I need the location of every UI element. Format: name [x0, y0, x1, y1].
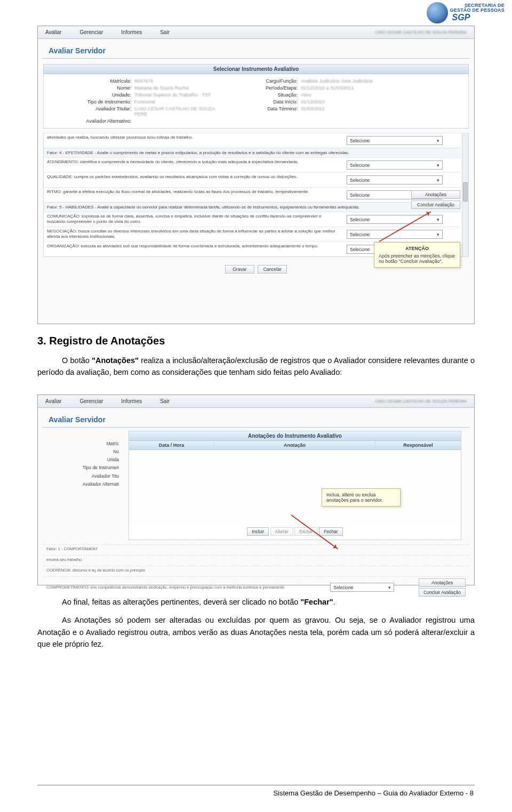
callout-attention: ATENÇÃO Após preencher as menções, cliqu… — [374, 242, 460, 268]
criteria-text: ATENDIMENTO: identifica e compreende a n… — [44, 158, 343, 172]
section-paragraph-1: O botão "Anotações" realiza a inclusão/a… — [37, 355, 475, 379]
factor-4-header: Fator: 4 - EFETIVIDADE - Avalie o cumpri… — [44, 148, 461, 157]
menu-informes[interactable]: Informes — [121, 29, 142, 35]
callout-annotations-hint: Inclua, altere ou exclua anotações para … — [322, 488, 401, 507]
value-situacao: Ativo — [301, 92, 391, 98]
value-cargo: Analista Judiciário Área Judiciária — [301, 78, 391, 84]
annotations-table-body — [129, 450, 461, 525]
criteria-text: atividades que realiza, buscando otimiza… — [44, 133, 343, 148]
cancel-button[interactable]: Cancelar — [258, 265, 287, 274]
annotations-button[interactable]: Anotações — [419, 578, 466, 587]
factor-5-header: Fator: 5 - HABILIDADES - Avalie a capaci… — [44, 202, 461, 212]
menubar-username: CAIO CESAR CASTILHO DE SOUZA PEREIRA — [375, 399, 467, 404]
instrument-panel-header: Selecionar Instrumento Avaliativo — [44, 65, 468, 74]
screenshot-annotations-modal: Avaliar Gerenciar Informes Sair CAIO CES… — [37, 395, 475, 585]
criteria-text: RITMO: garante a efetiva execução do flu… — [44, 188, 343, 202]
col-annotation: Anotação — [214, 441, 375, 449]
value-periodo: 01/12/2010 a 31/03/2011 — [301, 85, 391, 91]
include-button[interactable]: Incluir — [247, 527, 269, 536]
annotations-buttons: Incluir Alterar Excluir Fechar — [129, 525, 461, 540]
close-button[interactable]: Fechar — [319, 527, 342, 536]
background-row: encara seu trabalho. — [43, 555, 469, 564]
criteria-select[interactable]: Selecione — [347, 136, 443, 145]
label-matricula: Matrícula: — [51, 78, 131, 84]
section-heading: 3. Registro de Anotações — [37, 335, 475, 347]
conclude-evaluation-button[interactable]: Concluir Avaliação — [419, 588, 466, 597]
criteria-text: ORGANIZAÇÃO: executa as atividades sob s… — [44, 242, 343, 256]
section-paragraph-3: As Anotações só podem ser alteradas ou e… — [37, 614, 475, 650]
value-avaliador-titular: CAIO CESAR CASTILHO DE SOUZA PERE — [134, 106, 225, 117]
label-avaliador-titular: Avaliador Titular: — [51, 106, 131, 117]
footer-text: Sistema Gestão de Desempenho – Guia do A… — [273, 789, 474, 797]
value-tipo: Funcional — [134, 99, 225, 104]
value-unidade: Tribunal Superior do Trabalho - TST — [134, 92, 225, 98]
criteria-select[interactable]: Selecione — [347, 160, 443, 170]
callout-title: ATENÇÃO — [379, 246, 455, 251]
menu-avaliar[interactable]: Avaliar — [45, 29, 61, 35]
callout-body: Após preencher as menções, clique no bot… — [379, 253, 455, 264]
label-tipo: Tipo de Instrumento: — [51, 99, 131, 104]
menu-informes[interactable]: Informes — [121, 398, 142, 404]
annotations-panel-header: Anotações do Instrumento Avaliativo — [129, 431, 461, 441]
globe-icon — [427, 2, 448, 23]
header-logo: SECRETARIA DE GESTÃO DE PESSOAS SGP — [427, 2, 505, 23]
background-form-labels: Matríc No Unida Tipo de Instrumen Avalia… — [44, 440, 119, 488]
app-menubar: Avaliar Gerenciar Informes Sair CAIO CES… — [38, 26, 474, 39]
col-date-time: Data / Hora — [129, 441, 214, 449]
menu-sair[interactable]: Sair — [160, 29, 170, 35]
conclude-evaluation-button[interactable]: Concluir Avaliação — [411, 200, 460, 209]
label-avaliador-alternativo: Avaliador Alternativo: — [51, 118, 131, 124]
background-row: COMPROMETIMENTO: env competência demonst… — [43, 576, 469, 598]
label-data-termino: Data Término: — [228, 106, 298, 117]
edit-button[interactable]: Alterar — [270, 527, 293, 536]
annotations-button[interactable]: Anotações — [411, 190, 460, 199]
criteria-text: NEGOCIAÇÃO: busca conciliar os diversos … — [44, 227, 343, 242]
scrollbar[interactable] — [462, 133, 468, 256]
menu-avaliar[interactable]: Avaliar — [45, 398, 61, 404]
criteria-list: atividades que realiza, buscando otimiza… — [43, 133, 469, 257]
label-cargo: Cargo/Função: — [228, 78, 298, 84]
annotations-table-header: Data / Hora Anotação Responsável — [129, 441, 461, 450]
menu-sair[interactable]: Sair — [160, 398, 170, 404]
menu-gerenciar[interactable]: Gerenciar — [79, 29, 103, 35]
logo-line2: GESTÃO DE PESSOAS — [450, 8, 505, 13]
label-unidade: Unidade: — [51, 92, 131, 98]
label-periodo: Período/Etapa: — [228, 85, 298, 91]
value-data-inicio: 01/12/2010 — [301, 99, 391, 104]
background-factor-row: Fator: 1 - COMPORTAMENT — [43, 544, 469, 553]
page-title: Avaliar Servidor — [42, 39, 470, 59]
criteria-select[interactable]: Selecione — [347, 175, 443, 184]
app-menubar: Avaliar Gerenciar Informes Sair CAIO CES… — [38, 395, 474, 408]
label-data-inicio: Data Início: — [228, 99, 298, 104]
logo-acronym: SGP — [452, 13, 505, 22]
page-title: Avaliar Servidor — [42, 408, 470, 428]
callout-body: Inclua, altere ou exclua anotações para … — [326, 492, 396, 503]
col-responsible: Responsável — [375, 441, 461, 449]
instrument-panel: Selecionar Instrumento Avaliativo Matríc… — [43, 64, 469, 128]
value-avaliador-alternativo — [134, 118, 225, 124]
label-situacao: Situação: — [228, 92, 298, 98]
value-nome: Mariana de Souza Rocha — [134, 85, 225, 91]
criteria-select[interactable]: Selecione — [330, 583, 394, 592]
label-nome: Nome: — [51, 85, 131, 91]
footer-rule — [37, 785, 475, 785]
value-matricula: 8047679 — [134, 78, 225, 84]
background-row: COERÊNCIA: discurso e aç de acordo com o… — [43, 566, 469, 574]
value-data-termino: 31/03/2011 — [301, 106, 391, 117]
screenshot-evaluate-form: Avaliar Gerenciar Informes Sair CAIO CES… — [37, 26, 475, 324]
menubar-username: CAIO CESAR CASTILHO DE SOUZA PEREIRA — [375, 30, 467, 35]
criteria-text: QUALIDADE: cumpre os padrões estabelecid… — [44, 173, 343, 187]
menu-gerenciar[interactable]: Gerenciar — [79, 398, 103, 404]
criteria-text: COMUNICAÇÃO: expressa-se de forma clara,… — [44, 212, 343, 227]
save-button[interactable]: Gravar — [225, 265, 254, 274]
